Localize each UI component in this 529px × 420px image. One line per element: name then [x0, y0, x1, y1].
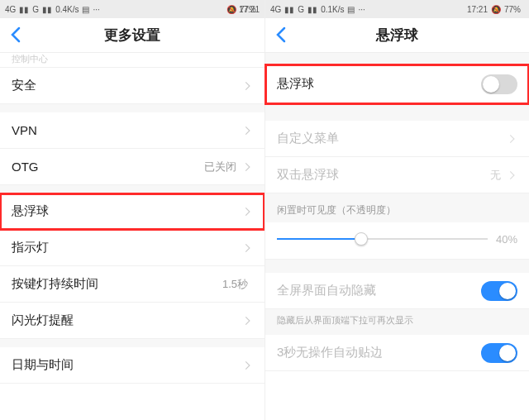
- chevron-right-icon: [241, 360, 253, 371]
- row-float-ball[interactable]: 悬浮球: [0, 193, 264, 230]
- row-double-tap[interactable]: 双击悬浮球 无: [265, 157, 529, 193]
- snap-edge-toggle[interactable]: [481, 343, 517, 363]
- row-security[interactable]: 安全: [0, 68, 264, 104]
- navbar: 更多设置: [0, 18, 264, 53]
- row-datetime[interactable]: 日期与时间: [0, 347, 264, 384]
- bell-off-icon: 🔕: [491, 5, 501, 14]
- chevron-right-icon: [506, 169, 517, 181]
- chevron-right-icon: [241, 206, 253, 217]
- chevron-right-icon: [241, 80, 253, 92]
- net-speed: 0.1K/s: [321, 5, 344, 14]
- auto-hide-toggle[interactable]: [481, 281, 517, 301]
- signal-icon: ▮▮: [19, 5, 29, 14]
- signal-icon-2: ▮▮: [307, 5, 317, 14]
- auto-hide-hint: 隐藏后从界面顶端下拉可再次显示: [265, 309, 529, 335]
- sim-icon: ▤: [82, 5, 89, 14]
- status-bar: 4G ▮▮ G ▮▮ 0.4K/s ▤ ··· 17:21: [0, 0, 264, 18]
- row-vpn[interactable]: VPN: [0, 112, 264, 149]
- battery-pct: 77%: [240, 5, 256, 14]
- page-title: 更多设置: [104, 26, 160, 45]
- row-snap-edge: 3秒无操作自动贴边: [265, 335, 529, 371]
- row-auto-hide: 全屏界面自动隐藏: [265, 273, 529, 309]
- right-pane: 4G ▮▮ G ▮▮ 0.1K/s ▤ ··· 17:21 🔕 77% 悬浮球: [264, 0, 529, 420]
- row-indicator[interactable]: 指示灯: [0, 230, 264, 266]
- navbar: 悬浮球: [265, 18, 529, 53]
- network-g: G: [298, 5, 304, 14]
- row-keylight[interactable]: 按键灯持续时间 1.5秒: [0, 266, 264, 303]
- network-g: G: [32, 5, 39, 14]
- back-button[interactable]: [272, 25, 292, 45]
- row-custom-menu[interactable]: 自定义菜单: [265, 121, 529, 157]
- opacity-slider-row: 40%: [265, 222, 529, 260]
- chevron-left-icon: [272, 25, 292, 45]
- chevron-right-icon: [506, 133, 517, 145]
- back-button[interactable]: [7, 25, 26, 45]
- row-partial[interactable]: 控制中心: [0, 53, 264, 68]
- page-title: 悬浮球: [376, 26, 418, 45]
- signal-icon: ▮▮: [284, 5, 294, 14]
- opacity-header: 闲置时可见度（不透明度）: [265, 193, 529, 222]
- opacity-value: 40%: [496, 233, 517, 246]
- row-otg[interactable]: OTG 已关闭: [0, 149, 264, 185]
- chevron-right-icon: [241, 315, 253, 327]
- chevron-right-icon: [241, 242, 253, 254]
- clock: 17:21: [467, 5, 488, 14]
- chevron-right-icon: [241, 161, 253, 173]
- signal-icon-2: ▮▮: [42, 5, 52, 14]
- bell-off-icon: 🔕: [226, 5, 236, 14]
- row-float-toggle: 悬浮球: [265, 64, 529, 104]
- net-speed: 0.4K/s: [55, 5, 79, 14]
- chevron-left-icon: [7, 25, 26, 45]
- network-4g: 4G: [5, 5, 16, 14]
- opacity-slider[interactable]: [277, 231, 488, 247]
- left-pane: 4G ▮▮ G ▮▮ 0.4K/s ▤ ··· 17:21 🔕 77% 更多: [0, 0, 264, 420]
- sim-icon: ▤: [347, 5, 355, 14]
- float-ball-toggle[interactable]: [481, 74, 517, 94]
- chevron-right-icon: [241, 125, 253, 136]
- network-4g: 4G: [270, 5, 281, 14]
- battery-pct: 77%: [504, 5, 521, 14]
- row-flash-alert[interactable]: 闪光灯提醒: [0, 303, 264, 339]
